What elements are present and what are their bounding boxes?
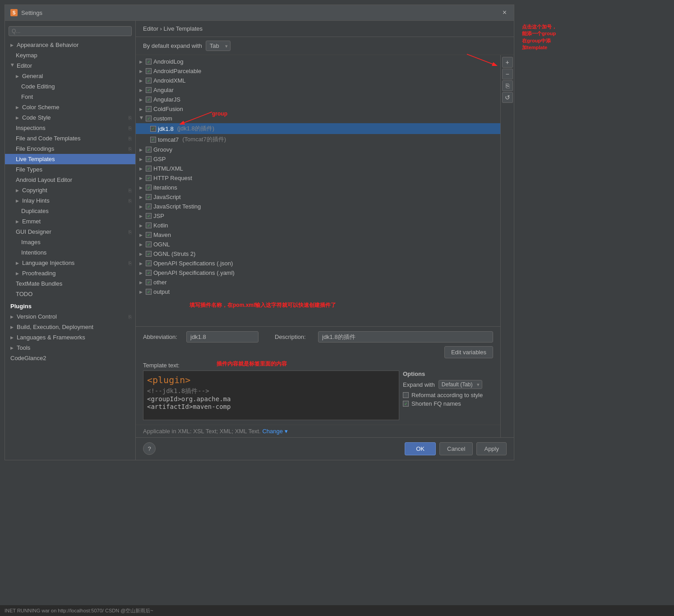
close-button[interactable]: × bbox=[501, 9, 508, 17]
group-checkbox[interactable] bbox=[146, 116, 152, 121]
group-checkbox[interactable] bbox=[146, 241, 152, 247]
reset-button[interactable]: ↺ bbox=[502, 92, 513, 103]
group-gsp[interactable]: ▶ GSP bbox=[136, 154, 500, 164]
search-box[interactable] bbox=[9, 26, 132, 36]
group-checkbox[interactable] bbox=[146, 156, 152, 162]
sidebar-item-color-scheme[interactable]: ▶ Color Scheme bbox=[5, 102, 135, 112]
expand-with-select-wrapper[interactable]: Default (Tab) Tab Enter bbox=[439, 380, 482, 389]
sidebar-item-images[interactable]: Images bbox=[5, 237, 135, 247]
group-checkbox[interactable] bbox=[146, 260, 152, 266]
group-checkbox[interactable] bbox=[146, 106, 152, 112]
group-jsp[interactable]: ▶ JSP bbox=[136, 211, 500, 221]
group-checkbox[interactable] bbox=[146, 289, 152, 295]
group-checkbox[interactable] bbox=[146, 251, 152, 257]
ok-button[interactable]: OK bbox=[405, 442, 436, 455]
group-checkbox[interactable] bbox=[146, 87, 152, 93]
group-angular[interactable]: ▶ Angular bbox=[136, 85, 500, 95]
change-link[interactable]: Change ▾ bbox=[262, 428, 287, 435]
group-androidlog[interactable]: ▶ AndroidLog bbox=[136, 57, 500, 66]
template-item-tomcat7[interactable]: tomcat7 (Tomcat7的插件) bbox=[136, 134, 500, 145]
group-checkbox[interactable] bbox=[146, 279, 152, 285]
group-openapi-yaml[interactable]: ▶ OpenAPI Specifications (.yaml) bbox=[136, 268, 500, 278]
sidebar-item-todo[interactable]: TODO bbox=[5, 289, 135, 299]
group-htmlxml[interactable]: ▶ HTML/XML bbox=[136, 164, 500, 173]
group-checkbox[interactable] bbox=[146, 194, 152, 200]
group-output[interactable]: ▶ output bbox=[136, 287, 500, 296]
sidebar-item-code-style[interactable]: ▶ Code Style ⎘ bbox=[5, 112, 135, 123]
sidebar-item-language-injections[interactable]: ▶ Language Injections ⎘ bbox=[5, 258, 135, 268]
copy-button[interactable]: ⎘ bbox=[502, 80, 513, 91]
template-item-jdk18[interactable]: jdk1.8 (jdk1.8的插件) bbox=[136, 123, 500, 134]
description-input[interactable] bbox=[318, 331, 493, 343]
expand-select-wrapper[interactable]: Tab Enter Space bbox=[206, 41, 231, 51]
sidebar-item-inspections[interactable]: Inspections ⎘ bbox=[5, 123, 135, 133]
shorten-fq-checkbox[interactable] bbox=[403, 401, 409, 407]
sidebar-item-android-layout-editor[interactable]: Android Layout Editor bbox=[5, 175, 135, 185]
group-coldfusion[interactable]: ▶ ColdFusion bbox=[136, 104, 500, 114]
group-checkbox[interactable] bbox=[146, 97, 152, 102]
group-checkbox[interactable] bbox=[146, 59, 152, 65]
group-iterations[interactable]: ▶ iterations bbox=[136, 183, 500, 192]
group-checkbox[interactable] bbox=[146, 166, 152, 171]
group-angularjs[interactable]: ▶ AngularJS bbox=[136, 95, 500, 104]
template-code-area[interactable]: <plugin> <!--jdk1.8插件--> <groupId>org.ap… bbox=[143, 371, 399, 420]
sidebar-item-version-control[interactable]: ▶ Version Control ⎘ bbox=[5, 311, 135, 322]
group-androidparcelable[interactable]: ▶ AndroidParcelable bbox=[136, 66, 500, 76]
sidebar-item-build[interactable]: ▶ Build, Execution, Deployment bbox=[5, 322, 135, 332]
item-checkbox[interactable] bbox=[150, 137, 156, 143]
group-ognl[interactable]: ▶ OGNL bbox=[136, 240, 500, 249]
sidebar-item-plugins[interactable]: Plugins bbox=[5, 301, 135, 311]
sidebar-item-inlay-hints[interactable]: ▶ Inlay Hints ⎘ bbox=[5, 195, 135, 206]
group-checkbox[interactable] bbox=[146, 222, 152, 228]
group-androidxml[interactable]: ▶ AndroidXML bbox=[136, 76, 500, 85]
expand-with-select[interactable]: Default (Tab) Tab Enter bbox=[439, 380, 482, 389]
apply-button[interactable]: Apply bbox=[476, 442, 507, 455]
group-checkbox[interactable] bbox=[146, 232, 152, 238]
sidebar-item-keymap[interactable]: Keymap bbox=[5, 50, 135, 60]
sidebar-item-codeglance2[interactable]: CodeGlance2 bbox=[5, 353, 135, 363]
add-button[interactable]: + bbox=[502, 57, 513, 68]
sidebar-item-general[interactable]: ▶ General bbox=[5, 71, 135, 81]
group-checkbox[interactable] bbox=[146, 68, 152, 74]
sidebar-item-appearance[interactable]: ▶ Appearance & Behavior bbox=[5, 40, 135, 50]
sidebar-item-proofreading[interactable]: ▶ Proofreading bbox=[5, 268, 135, 278]
group-checkbox[interactable] bbox=[146, 175, 152, 181]
sidebar-item-code-editing[interactable]: Code Editing bbox=[5, 81, 135, 92]
sidebar-item-emmet[interactable]: ▶ Emmet bbox=[5, 216, 135, 227]
edit-variables-button[interactable]: Edit variables bbox=[444, 346, 493, 358]
group-checkbox[interactable] bbox=[146, 204, 152, 209]
item-checkbox[interactable] bbox=[150, 126, 156, 132]
sidebar-item-copyright[interactable]: ▶ Copyright ⎘ bbox=[5, 185, 135, 195]
group-checkbox[interactable] bbox=[146, 185, 152, 190]
sidebar-item-textmate-bundles[interactable]: TextMate Bundles bbox=[5, 278, 135, 289]
group-httprequest[interactable]: ▶ HTTP Request bbox=[136, 173, 500, 183]
sidebar-item-file-types[interactable]: File Types bbox=[5, 164, 135, 175]
sidebar-item-gui-designer[interactable]: GUI Designer ⎘ bbox=[5, 227, 135, 237]
sidebar-item-editor[interactable]: ▶ Editor bbox=[5, 60, 135, 71]
group-javascript[interactable]: ▶ JavaScript bbox=[136, 192, 500, 202]
group-custom[interactable]: ▶ custom bbox=[136, 114, 500, 123]
sidebar-item-file-code-templates[interactable]: File and Code Templates ⎘ bbox=[5, 133, 135, 144]
expand-select[interactable]: Tab Enter Space bbox=[206, 41, 231, 51]
group-other[interactable]: ▶ other bbox=[136, 278, 500, 287]
group-groovy[interactable]: ▶ Groovy bbox=[136, 145, 500, 154]
abbreviation-input[interactable] bbox=[186, 331, 259, 343]
remove-button[interactable]: − bbox=[502, 69, 513, 79]
sidebar-item-languages-frameworks[interactable]: ▶ Languages & Frameworks bbox=[5, 332, 135, 343]
group-javascript-testing[interactable]: ▶ JavaScript Testing bbox=[136, 202, 500, 211]
reformat-checkbox[interactable] bbox=[403, 392, 409, 398]
group-maven[interactable]: ▶ Maven bbox=[136, 230, 500, 240]
sidebar-item-duplicates[interactable]: Duplicates bbox=[5, 206, 135, 216]
group-kotlin[interactable]: ▶ Kotlin bbox=[136, 221, 500, 230]
sidebar-item-file-encodings[interactable]: File Encodings ⎘ bbox=[5, 144, 135, 154]
group-ognl-struts2[interactable]: ▶ OGNL (Struts 2) bbox=[136, 249, 500, 259]
group-checkbox[interactable] bbox=[146, 147, 152, 153]
cancel-button[interactable]: Cancel bbox=[439, 442, 473, 455]
sidebar-item-live-templates[interactable]: Live Templates bbox=[5, 154, 135, 164]
help-button[interactable]: ? bbox=[143, 442, 156, 455]
sidebar-item-font[interactable]: Font bbox=[5, 92, 135, 102]
group-openapi-json[interactable]: ▶ OpenAPI Specifications (.json) bbox=[136, 259, 500, 268]
group-checkbox[interactable] bbox=[146, 78, 152, 83]
sidebar-item-intentions[interactable]: Intentions bbox=[5, 247, 135, 258]
search-input[interactable] bbox=[12, 28, 129, 34]
